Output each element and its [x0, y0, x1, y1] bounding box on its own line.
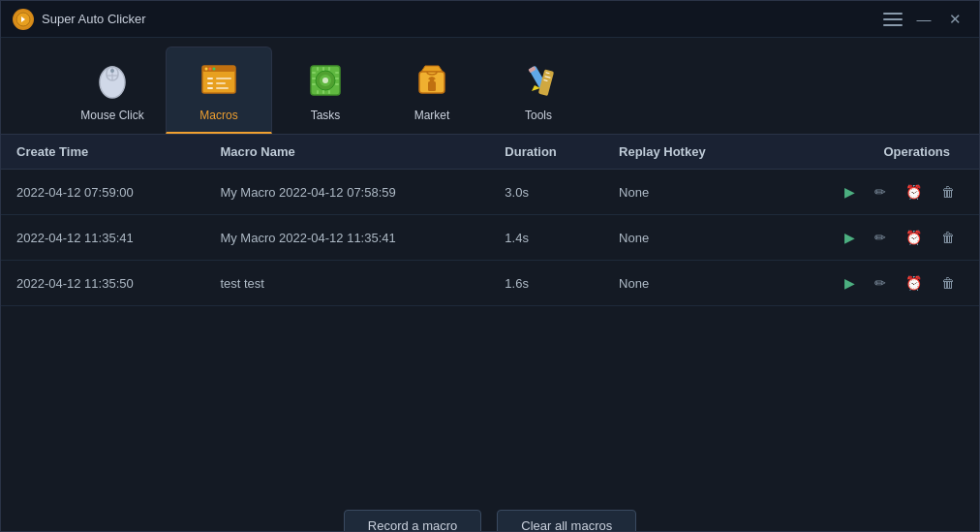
svg-point-20: [322, 78, 328, 83]
svg-rect-12: [207, 87, 213, 89]
svg-rect-22: [312, 78, 316, 79]
svg-point-16: [213, 67, 216, 70]
cell-macro-name: My Macro 2022-04-12 11:35:41: [204, 215, 489, 261]
table-row: 2022-04-12 11:35:41 My Macro 2022-04-12 …: [1, 215, 979, 261]
table-header: Create Time Macro Name Duration Replay H…: [1, 135, 979, 170]
svg-point-14: [205, 67, 208, 70]
table-row: 2022-04-12 07:59:00 My Macro 2022-04-12 …: [1, 170, 979, 215]
menu-button[interactable]: [880, 7, 905, 32]
col-operations: Operations: [766, 135, 979, 170]
col-create-time: Create Time: [1, 135, 204, 170]
svg-rect-10: [207, 82, 213, 84]
table-body: 2022-04-12 07:59:00 My Macro 2022-04-12 …: [1, 170, 979, 306]
tasks-icon: [303, 58, 348, 103]
tab-tasks-label: Tasks: [311, 109, 341, 122]
cell-duration: 1.6s: [489, 261, 603, 306]
col-replay-hotkey: Replay Hotkey: [603, 135, 766, 170]
delete-button[interactable]: 🗑: [936, 181, 960, 203]
schedule-button[interactable]: ⏰: [901, 227, 927, 248]
tab-mouse-click-label: Mouse Click: [80, 109, 143, 122]
svg-point-15: [209, 67, 212, 70]
svg-rect-31: [322, 90, 324, 94]
hamburger-icon: [883, 13, 903, 26]
tab-market[interactable]: Market: [379, 47, 485, 134]
svg-point-5: [110, 69, 114, 73]
table-row: 2022-04-12 11:35:50 test test 1.6s None …: [1, 261, 979, 306]
svg-rect-24: [335, 72, 339, 74]
play-button[interactable]: ▶: [840, 272, 860, 294]
app-title: Super Auto Clicker: [42, 12, 146, 26]
cell-create-time: 2022-04-12 11:35:41: [1, 215, 204, 261]
action-bar: Record a macro Clear all macros: [1, 498, 979, 532]
tab-macros[interactable]: Macros: [166, 47, 272, 134]
svg-rect-26: [335, 83, 339, 85]
market-icon: [410, 58, 454, 103]
main-content: Create Time Macro Name Duration Replay H…: [1, 135, 979, 498]
svg-rect-9: [216, 78, 231, 79]
play-button[interactable]: ▶: [840, 181, 860, 203]
svg-rect-25: [335, 78, 339, 79]
mouse-click-icon: [90, 58, 135, 103]
schedule-button[interactable]: ⏰: [901, 272, 927, 294]
cell-hotkey: None: [603, 215, 766, 261]
ops-icons: ▶ ✏ ⏰ 🗑: [781, 272, 960, 294]
table-wrapper: Create Time Macro Name Duration Replay H…: [1, 135, 979, 498]
cell-ops: ▶ ✏ ⏰ 🗑: [766, 261, 979, 306]
tools-icon: [516, 58, 561, 103]
cell-create-time: 2022-04-12 11:35:50: [1, 261, 204, 306]
schedule-button[interactable]: ⏰: [901, 181, 927, 203]
app-icon: [13, 9, 34, 30]
edit-button[interactable]: ✏: [870, 227, 891, 248]
tab-tools[interactable]: Tools: [485, 47, 592, 134]
col-macro-name: Macro Name: [204, 135, 489, 170]
svg-rect-30: [317, 90, 319, 94]
tab-mouse-click[interactable]: Mouse Click: [59, 47, 166, 134]
macros-table: Create Time Macro Name Duration Replay H…: [1, 135, 979, 306]
svg-rect-11: [216, 82, 226, 84]
cell-create-time: 2022-04-12 07:59:00: [1, 170, 204, 215]
cell-duration: 3.0s: [489, 170, 603, 215]
svg-rect-21: [312, 72, 316, 74]
cell-ops: ▶ ✏ ⏰ 🗑: [766, 170, 979, 215]
svg-rect-27: [317, 67, 319, 71]
record-macro-button[interactable]: Record a macro: [344, 510, 481, 532]
svg-rect-8: [207, 78, 213, 79]
tab-market-label: Market: [414, 109, 450, 122]
macros-icon: [197, 58, 241, 103]
titlebar-left: Super Auto Clicker: [13, 9, 146, 30]
cell-ops: ▶ ✏ ⏰ 🗑: [766, 215, 979, 261]
svg-rect-34: [428, 81, 436, 91]
col-duration: Duration: [489, 135, 603, 170]
cell-duration: 1.4s: [489, 215, 603, 261]
svg-rect-32: [328, 90, 330, 94]
edit-button[interactable]: ✏: [870, 181, 891, 203]
svg-rect-29: [328, 67, 330, 71]
svg-rect-28: [322, 67, 324, 71]
nav-tabs: Mouse Click Macros: [1, 38, 979, 135]
edit-button[interactable]: ✏: [870, 272, 891, 294]
titlebar: Super Auto Clicker — ✕: [1, 1, 979, 38]
tab-macros-label: Macros: [199, 109, 237, 122]
cell-hotkey: None: [603, 170, 766, 215]
svg-rect-13: [216, 87, 229, 89]
svg-rect-23: [312, 83, 316, 85]
cell-hotkey: None: [603, 261, 766, 306]
cell-macro-name: My Macro 2022-04-12 07:58:59: [204, 170, 489, 215]
clear-macros-button[interactable]: Clear all macros: [497, 510, 636, 532]
tab-tools-label: Tools: [525, 109, 552, 122]
ops-icons: ▶ ✏ ⏰ 🗑: [781, 227, 960, 248]
play-button[interactable]: ▶: [840, 227, 860, 248]
cell-macro-name: test test: [204, 261, 489, 306]
close-button[interactable]: ✕: [942, 7, 967, 32]
delete-button[interactable]: 🗑: [936, 272, 960, 294]
minimize-button[interactable]: —: [911, 7, 936, 32]
delete-button[interactable]: 🗑: [936, 227, 960, 248]
ops-icons: ▶ ✏ ⏰ 🗑: [781, 181, 960, 203]
titlebar-controls: — ✕: [880, 7, 967, 32]
tab-tasks[interactable]: Tasks: [272, 47, 379, 134]
